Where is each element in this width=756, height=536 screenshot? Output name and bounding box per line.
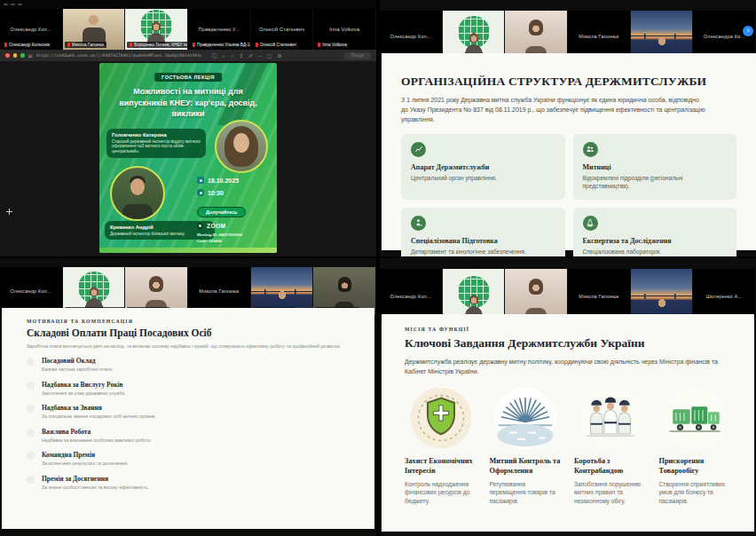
item-title: Надбавка за Вислугу Років xyxy=(42,381,126,389)
participant-name-label: Олександр Колесник xyxy=(9,43,50,47)
participant-name-center: Микола Гапонюк xyxy=(568,33,630,38)
org-people-icon xyxy=(583,142,598,157)
participant-tile[interactable]: Борщенко Тетяна, КНЕУ ім.В.Гет xyxy=(125,9,187,50)
zoom-window-button[interactable] xyxy=(20,53,25,58)
card-description: Департамент та кінологічне забезпечення. xyxy=(411,248,544,256)
item-description: Надбавка за виконання особливо важливої … xyxy=(42,437,152,443)
speaker1-photo xyxy=(215,120,268,173)
minimize-window-button[interactable] xyxy=(13,53,18,58)
item-bullet-icon xyxy=(27,429,35,437)
structure-card: Апарат ДержмитслужбиЦентральний орган уп… xyxy=(401,134,565,200)
item-title: Командна Премія xyxy=(42,451,128,459)
structure-card: Експертиза та ДослідженняСпеціалізована … xyxy=(573,208,737,256)
shield-illustration xyxy=(409,386,473,450)
item-description: Базова частина заробітної плати. xyxy=(42,367,114,372)
item-title: Премія за Досягнення xyxy=(42,475,149,483)
info-icon[interactable]: ⓘ xyxy=(212,53,217,59)
participant-name-label: Правдюченко Ульяна ВД-101 xyxy=(197,43,250,47)
card-title: Експертиза та Дослідження xyxy=(583,237,728,245)
participant-label: Правдюченко Ульяна ВД-101 xyxy=(190,42,250,48)
join-button: Долучайтесь xyxy=(197,207,246,217)
chart-line-icon xyxy=(411,142,426,157)
flask-icon xyxy=(583,216,598,231)
mic-muted-icon xyxy=(256,43,258,47)
close-window-button[interactable] xyxy=(5,53,10,58)
card-description: Центральний орган управління. xyxy=(411,174,544,183)
edit-icon[interactable]: ✐ xyxy=(248,53,253,59)
column-title: Захист Економічних Інтересів xyxy=(405,457,477,477)
truck-illustration xyxy=(663,386,727,450)
participant-strip: Олександр Кол...Олександр КолесникМикола… xyxy=(0,9,376,50)
pay-item: Важлива РоботаНадбавка за виконання особ… xyxy=(27,428,357,443)
item-title: Надбавка за Звання xyxy=(42,404,156,412)
participant-label: Микола Гапонюк xyxy=(65,42,107,48)
pay-items: Посадовий ОкладБазова частина заробітної… xyxy=(27,357,357,490)
speaker1-role: Старший державний інспектор відділу митн… xyxy=(112,139,201,155)
lecture-poster: ГОСТЬОВА ЛЕКЦІЯ Можливості на митниці дл… xyxy=(99,63,277,253)
participant-label: Борщенко Тетяна, КНЕУ ім.В.Гет xyxy=(127,42,187,48)
slide-eyebrow: МОТИВАЦІЯ ТА КОМПЕНСАЦІЯ xyxy=(27,319,357,324)
column-title: Митний Контроль та Оформлення xyxy=(490,457,563,477)
participant-name-center: Олексій Статкевич xyxy=(251,27,313,32)
participant-name-center: Олександр Кол... xyxy=(0,27,62,32)
speaker2-role: Державний інспектор Київської митниці xyxy=(110,232,209,237)
structure-cards: Апарат ДержмитслужбиЦентральний орган уп… xyxy=(401,134,736,256)
slide-key-tasks: МІСІЯ ТА ФУНКЦІЇ Ключові Завдання Держми… xyxy=(382,314,754,532)
column-description: Контроль надходження фінансових ресурсів… xyxy=(405,480,477,506)
item-description: За спеціальне звання посадових осіб митн… xyxy=(42,414,156,419)
pay-item: Премія за ДосягненняЗа значні особисті в… xyxy=(27,475,357,490)
slide-pay-components: МОТИВАЦІЯ ТА КОМПЕНСАЦІЯ Складові Оплати… xyxy=(2,308,374,529)
platform-label: ZOOM xyxy=(207,223,226,229)
item-bullet-icon xyxy=(27,405,35,413)
task-column: Боротьба з КонтрабандоюЗапобігання поруш… xyxy=(574,386,647,506)
speaker2-name: Кривенко Андрій xyxy=(110,225,209,230)
slide-intro: Заробітна плата виплачується двічі на мі… xyxy=(27,343,357,349)
slide-eyebrow: МІСІЯ ТА ФУНКЦІЇ xyxy=(405,327,731,332)
cursor xyxy=(6,209,12,215)
search-icon[interactable]: ⌕ xyxy=(223,53,225,59)
zoom-lens-icon[interactable]: ⌕ xyxy=(231,53,233,59)
item-content: Важлива РоботаНадбавка за виконання особ… xyxy=(42,428,152,443)
participant-tile[interactable]: Олександр Кол...Олександр Колесник xyxy=(0,9,62,50)
tabs-icon[interactable]: ⊞ xyxy=(28,53,33,59)
column-description: Запобігання порушенню митних правил та н… xyxy=(574,480,647,506)
camera-icon xyxy=(197,223,203,229)
item-title: Посадовий Оклад xyxy=(42,357,114,365)
slide-org-structure: ОРГАНІЗАЦІЙНА СТРУКТУРА ДЕРЖМИТСЛУЖБИ З … xyxy=(382,53,756,250)
browser-search-field[interactable]: Пошук xyxy=(344,52,371,59)
menu-bar xyxy=(0,0,376,9)
participant-name-label: Микола Гапонюк xyxy=(72,43,105,47)
address-bar[interactable]: https://us02web.zoom.us/j/89874178491?pw… xyxy=(36,53,201,58)
share-icon[interactable]: ↥ xyxy=(239,53,243,59)
minus-icon[interactable]: – xyxy=(258,53,261,59)
item-bullet-icon xyxy=(27,382,35,390)
browser-action-icons: ⓘ⌕⌕↥✐–▢⚙ xyxy=(212,53,282,59)
screenshot-top-right: Олександр Кол...Олександр КолесникБорщен… xyxy=(380,0,756,256)
participant-tile[interactable]: Irina VolkovaIrina Volkova xyxy=(313,9,375,50)
item-content: Надбавка за ЗванняЗа спеціальне звання п… xyxy=(42,404,156,419)
participant-name-label: Irina Volkova xyxy=(322,43,346,47)
poster-time: 10:30 xyxy=(208,190,224,196)
settings-icon[interactable]: ⚙ xyxy=(277,53,281,59)
participant-name-center: Шкляренко А... xyxy=(693,293,755,298)
poster-date: 18.10.2025 xyxy=(208,177,239,184)
participant-tile[interactable]: Олексій СтаткевичОлексій Статкевич xyxy=(251,9,313,50)
participant-tile[interactable]: Правдюченко У...Правдюченко Ульяна ВД-10… xyxy=(188,9,250,50)
window-icon[interactable]: ▢ xyxy=(267,53,272,59)
participant-name-label: Олексій Статкевич xyxy=(260,43,297,47)
slide-title: Складові Оплати Праці Посадових Осіб xyxy=(27,327,357,338)
task-column: Захист Економічних ІнтересівКонтроль над… xyxy=(405,386,477,506)
item-content: Командна ПреміяЗа колективні результати … xyxy=(42,451,128,466)
screenshot-bottom-left: Олександр Кол...Олександр КолесникБорщен… xyxy=(0,258,376,536)
meeting-id: Meeting-ID: 84607505694 xyxy=(197,233,270,237)
slide-intro: З 1 липня 2021 року Державна митна служб… xyxy=(401,96,707,125)
item-bullet-icon xyxy=(27,358,35,366)
pay-item: Надбавка за ЗванняЗа спеціальне звання п… xyxy=(27,404,357,419)
participant-tile[interactable]: Микола Гапонюк xyxy=(63,9,125,50)
task-column: Прискорення ТоварообігуСтворення сприятл… xyxy=(659,386,732,506)
next-participants-button[interactable]: › xyxy=(743,26,753,36)
participant-label: Олександр Колесник xyxy=(2,42,52,48)
item-bullet-icon xyxy=(27,476,35,484)
participant-name-center: Олександр Кол... xyxy=(0,288,62,294)
poster-title: Можливості на митниці для випускників КН… xyxy=(99,86,277,120)
